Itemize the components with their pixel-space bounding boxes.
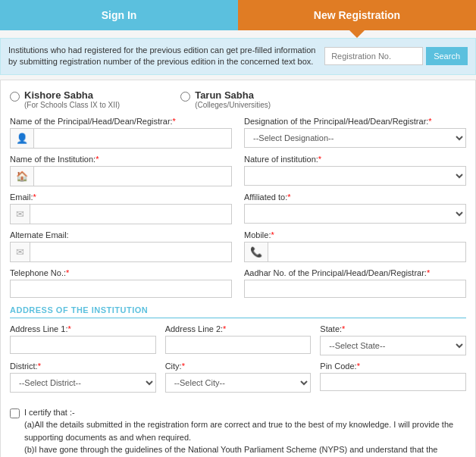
district-field: District:* --Select District-- xyxy=(10,362,156,393)
mobile-input[interactable] xyxy=(268,243,465,260)
tarun-subtitle: (Colleges/Universities) xyxy=(195,101,271,109)
certify-row: I certify that :- (a)All the details sub… xyxy=(10,406,466,457)
addr1-label: Address Line 1:* xyxy=(10,324,156,333)
info-bar: Institutions who had registered for the … xyxy=(0,38,476,75)
mobile-icon: 📞 xyxy=(245,243,268,261)
telephone-label: Telephone No.:* xyxy=(10,268,232,277)
address-grid: Address Line 1:* Address Line 2:* State:… xyxy=(10,324,466,393)
institution-name-field: Name of the Institution:* 🏠 xyxy=(10,155,232,186)
signin-tab[interactable]: Sign In xyxy=(0,0,238,30)
city-select[interactable]: --Select City-- xyxy=(165,373,312,393)
institution-name-label: Name of the Institution:* xyxy=(10,155,232,164)
person-icon: 👤 xyxy=(11,129,34,148)
institution-name-input-wrapper: 🏠 xyxy=(10,166,232,186)
telephone-input[interactable] xyxy=(10,280,232,298)
institution-name-input[interactable] xyxy=(34,167,231,184)
affiliated-label: Affiliated to:* xyxy=(244,193,466,202)
designation-field: Designation of the Principal/Head/Dean/R… xyxy=(244,117,466,149)
addr2-label: Address Line 2:* xyxy=(165,324,312,333)
registration-input[interactable] xyxy=(324,47,423,65)
kishore-option[interactable]: Kishore Sabha (For Schools Class IX to X… xyxy=(10,89,120,109)
mobile-input-wrapper: 📞 xyxy=(244,242,466,262)
newreg-tab-label: New Registration xyxy=(314,9,400,21)
nature-select[interactable] xyxy=(244,166,466,186)
mobile-label: Mobile:* xyxy=(244,230,466,239)
addr2-field: Address Line 2:* xyxy=(165,324,312,355)
tarun-option[interactable]: Tarun Sabha (Colleges/Universities) xyxy=(180,89,271,109)
reg-search-area: Search xyxy=(324,47,468,65)
pincode-input[interactable] xyxy=(320,373,466,391)
aadhar-input[interactable] xyxy=(244,280,466,298)
principal-name-field: Name of the Principal/Head/Dean/Registra… xyxy=(10,117,232,149)
tarun-title: Tarun Sabha xyxy=(195,89,271,101)
certify-checkbox[interactable] xyxy=(10,408,20,418)
certify-a: (a)All the details submitted in the regi… xyxy=(24,420,453,442)
nature-field: Nature of institution:* xyxy=(244,155,466,186)
aadhar-field: Aadhar No. of the Principal/Head/Dean/Re… xyxy=(244,268,466,298)
designation-label: Designation of the Principal/Head/Dean/R… xyxy=(244,117,466,126)
certify-content: I certify that :- (a)All the details sub… xyxy=(24,406,466,457)
principal-name-label: Name of the Principal/Head/Dean/Registra… xyxy=(10,117,232,126)
alt-email-icon: ✉ xyxy=(11,243,30,261)
certify-title: I certify that :- xyxy=(24,408,75,417)
info-text: Institutions who had registered for the … xyxy=(8,45,317,68)
affiliated-field: Affiliated to:* xyxy=(244,193,466,224)
certify-b: (b)I have gone through the guidelines of… xyxy=(24,445,437,457)
alt-email-label: Alternate Email: xyxy=(10,230,232,239)
district-label: District:* xyxy=(10,362,156,371)
email-label: Email:* xyxy=(10,193,232,202)
addr1-input[interactable] xyxy=(10,336,156,354)
telephone-field: Telephone No.:* xyxy=(10,268,232,298)
alt-email-field: Alternate Email: ✉ xyxy=(10,230,232,262)
principal-name-input[interactable] xyxy=(34,130,231,146)
kishore-subtitle: (For Schools Class IX to XII) xyxy=(24,101,120,109)
kishore-radio[interactable] xyxy=(10,92,20,102)
email-icon: ✉ xyxy=(11,205,30,224)
affiliated-select[interactable] xyxy=(244,204,466,224)
signin-tab-label: Sign In xyxy=(102,9,137,21)
address-section-title: ADDRESS OF THE INSTITUTION xyxy=(10,305,466,318)
search-button[interactable]: Search xyxy=(426,47,468,65)
state-select[interactable]: --Select State-- xyxy=(320,336,466,355)
tarun-radio[interactable] xyxy=(180,92,190,102)
pincode-field: Pin Code:* xyxy=(320,362,466,393)
city-label: City:* xyxy=(165,362,312,371)
sabha-selection: Kishore Sabha (For Schools Class IX to X… xyxy=(10,89,466,109)
kishore-title: Kishore Sabha xyxy=(24,89,120,101)
email-input[interactable] xyxy=(30,205,231,222)
addr2-input[interactable] xyxy=(165,336,312,354)
alt-email-input-wrapper: ✉ xyxy=(10,242,232,262)
state-field: State:* --Select State-- xyxy=(320,324,466,355)
email-field: Email:* ✉ xyxy=(10,193,232,224)
mobile-field: Mobile:* 📞 xyxy=(244,230,466,262)
pincode-label: Pin Code:* xyxy=(320,362,466,371)
city-field: City:* --Select City-- xyxy=(165,362,312,393)
certify-section: I certify that :- (a)All the details sub… xyxy=(10,400,466,457)
newreg-tab[interactable]: New Registration xyxy=(238,0,476,30)
building-icon: 🏠 xyxy=(11,167,34,186)
alt-email-input[interactable] xyxy=(30,243,231,260)
district-select[interactable]: --Select District-- xyxy=(10,373,156,393)
aadhar-label: Aadhar No. of the Principal/Head/Dean/Re… xyxy=(244,268,466,277)
email-input-wrapper: ✉ xyxy=(10,204,232,224)
nature-label: Nature of institution:* xyxy=(244,155,466,164)
state-label: State:* xyxy=(320,324,466,333)
principal-name-input-wrapper: 👤 xyxy=(10,128,232,149)
registration-form: Kishore Sabha (For Schools Class IX to X… xyxy=(0,80,476,457)
addr1-field: Address Line 1:* xyxy=(10,324,156,355)
designation-select[interactable]: --Select Designation-- xyxy=(244,128,466,148)
